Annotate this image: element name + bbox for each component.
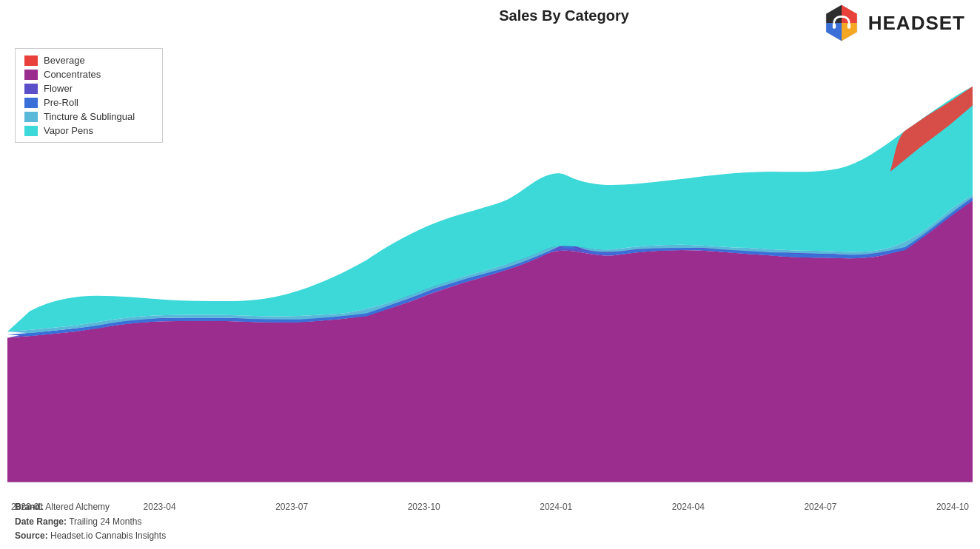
chart-footer: Brand: Altered Alchemy Date Range: Trail… [15, 500, 166, 543]
x-label-4: 2024-01 [540, 502, 572, 512]
chart-svg [7, 41, 973, 482]
footer-brand: Brand: Altered Alchemy [15, 500, 166, 514]
x-label-5: 2024-04 [672, 502, 705, 512]
main-container: Sales By Category HEADSET Beverage Conce… [0, 0, 980, 549]
chart-area: 2023-01 2023-04 2023-07 2023-10 2024-01 … [7, 41, 973, 482]
logo-text: HEADSET [868, 12, 965, 35]
footer-source-value: Headset.io Cannabis Insights [50, 531, 166, 541]
footer-date-range: Date Range: Trailing 24 Months [15, 515, 166, 529]
x-label-6: 2024-07 [804, 502, 836, 512]
footer-date-range-label: Date Range: [15, 516, 67, 527]
footer-brand-value: Altered Alchemy [45, 502, 110, 512]
x-label-7: 2024-10 [936, 502, 969, 512]
footer-date-range-value: Trailing 24 Months [69, 516, 141, 527]
svg-rect-1 [833, 24, 836, 29]
footer-source-label: Source: [15, 531, 48, 541]
logo-area: HEADSET [822, 4, 965, 42]
x-label-3: 2023-10 [408, 502, 440, 512]
x-label-2: 2023-07 [275, 502, 308, 512]
footer-source: Source: Headset.io Cannabis Insights [15, 529, 166, 543]
headset-logo-icon [822, 4, 861, 42]
footer-brand-label: Brand: [15, 502, 44, 512]
svg-rect-2 [848, 24, 850, 29]
